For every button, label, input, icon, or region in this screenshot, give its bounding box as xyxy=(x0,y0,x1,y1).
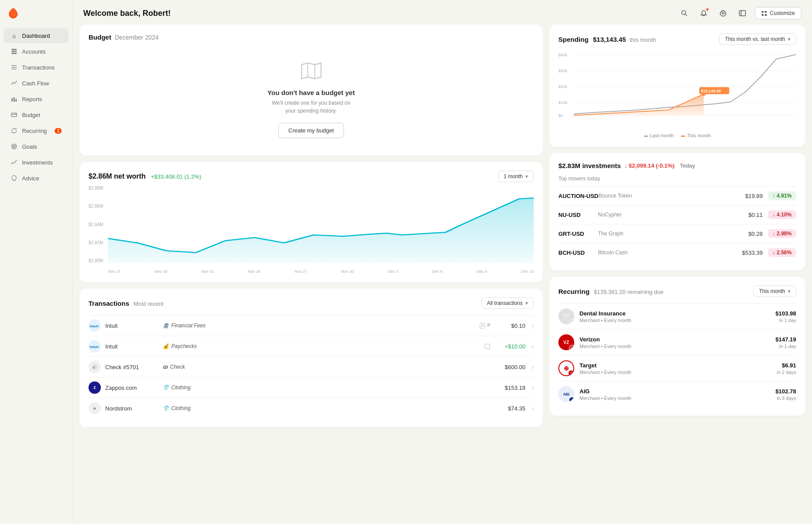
topbar-actions: Customize xyxy=(677,6,801,20)
recurring-item[interactable]: 🦷 Dental Insurance Merchant • Every mont… xyxy=(558,303,796,329)
spending-title-group: Spending $13,143.45 this month xyxy=(558,36,656,43)
networth-period-label: 1 month xyxy=(504,173,523,180)
chevron-right-icon: › xyxy=(531,343,534,350)
mover-price: $0.11 xyxy=(732,212,763,218)
settings-icon[interactable] xyxy=(716,6,730,20)
rec-right: $103.98 in 1 day xyxy=(775,310,796,323)
table-row[interactable]: intuit Intuit 💰Paychecks +$10.00 › xyxy=(89,336,534,356)
app-logo[interactable] xyxy=(0,5,72,28)
networth-card: $2.86M net worth +$33,408.01 (1.2%) 1 mo… xyxy=(80,162,543,282)
sidebar-label-advice: Advice xyxy=(22,175,39,182)
transactions-header: Transactions Most recent All transaction… xyxy=(89,297,534,309)
recurring-item[interactable]: ⊕ T Target Merchant • Every month $6.91 … xyxy=(558,355,796,381)
create-budget-button[interactable]: Create my budget xyxy=(278,123,344,138)
tx-amount: +$10.00 xyxy=(495,343,525,350)
tx-amount: $74.35 xyxy=(495,405,525,412)
sidebar-item-accounts[interactable]: Accounts xyxy=(4,44,69,59)
chevron-down-icon: ▾ xyxy=(788,288,790,294)
table-row[interactable]: N Nordstrom 👕Clothing $74.35 › xyxy=(89,398,534,418)
spending-card: Spending $13,143.45 this month This mont… xyxy=(550,25,805,147)
svg-rect-20 xyxy=(762,11,764,13)
svg-rect-2 xyxy=(11,53,17,54)
sidebar-item-budget[interactable]: Budget xyxy=(4,107,69,122)
mover-ticker: NU-USD xyxy=(558,212,598,218)
recurring-filter-label: This month xyxy=(759,288,785,294)
tx-merchant-name: Nordstrom xyxy=(105,405,158,412)
svg-rect-1 xyxy=(11,51,17,52)
recurring-item[interactable]: AIG ● AIG Merchant • Every month $102.78… xyxy=(558,381,796,407)
search-icon[interactable] xyxy=(677,6,691,20)
mover-row[interactable]: NU-USD NuCypher $0.11 ↓ 4.10% xyxy=(558,205,796,224)
recurring-title: Recurring xyxy=(558,288,590,295)
tx-merchant-name: Intuit xyxy=(105,343,158,350)
sidebar-label-cashflow: Cash Flow xyxy=(22,80,49,87)
sidebar-item-investments[interactable]: Investments xyxy=(4,155,69,170)
sidebar-label-goals: Goals xyxy=(22,143,37,150)
sidebar-item-reports[interactable]: Reports xyxy=(4,92,69,106)
sidebar-item-transactions[interactable]: Transactions xyxy=(4,60,69,75)
budget-header: Budget December 2024 xyxy=(89,33,534,41)
networth-title: $2.86M net worth xyxy=(89,172,146,180)
spending-chart: $40K $30K $20K $10K $0 xyxy=(558,50,796,129)
rec-info: Target Merchant • Every month xyxy=(579,362,771,375)
mover-price: $0.28 xyxy=(732,231,763,237)
recurring-amount: $139,381.20 remaining due xyxy=(594,289,663,295)
table-row[interactable]: Z Zappos.com 👕Clothing $153.18 › xyxy=(89,377,534,398)
mover-row[interactable]: GRT-USD The Graph $0.28 ↓ 2.98% xyxy=(558,224,796,243)
table-row[interactable]: intuit Intuit 🏦Financial Fees P $0.10 › xyxy=(89,315,534,336)
spending-filter[interactable]: This month vs. last month ▾ xyxy=(719,33,796,45)
rec-sub: Merchant • Every month xyxy=(579,318,770,323)
svg-rect-0 xyxy=(11,49,17,50)
rec-due: in 2 days xyxy=(777,370,796,375)
svg-text:$13,143.45: $13,143.45 xyxy=(701,89,721,93)
svg-text:#: # xyxy=(93,366,95,369)
rec-name: Dental Insurance xyxy=(579,310,770,317)
recurring-badge: 1 xyxy=(55,128,62,134)
sidebar-toggle-icon[interactable] xyxy=(735,6,749,20)
recurring-filter[interactable]: This month ▾ xyxy=(753,286,796,297)
svg-rect-5 xyxy=(11,69,17,70)
recurring-item[interactable]: VZ ● Verizon Merchant • Every month $147… xyxy=(558,329,796,355)
rec-info: Dental Insurance Merchant • Every month xyxy=(579,310,770,323)
transactions-filter[interactable]: All transactions ▾ xyxy=(481,297,534,309)
sidebar-item-advice[interactable]: Advice xyxy=(4,171,69,186)
sidebar-item-cashflow[interactable]: Cash Flow xyxy=(4,76,69,91)
sidebar-item-recurring[interactable]: Recurring 1 xyxy=(4,123,69,138)
svg-rect-32 xyxy=(485,344,490,349)
mover-name: Bounce Token xyxy=(598,193,732,199)
svg-text:$30K: $30K xyxy=(558,69,568,73)
mover-price: $19.89 xyxy=(732,193,763,199)
notifications-icon[interactable] xyxy=(697,6,711,20)
networth-chart: $2.88M $2.86M $2.84M $2.82M $2.80M xyxy=(89,186,534,274)
list-icon xyxy=(11,64,18,71)
rec-right: $147.19 in 1 day xyxy=(775,336,796,349)
recurring-header: Recurring $139,381.20 remaining due This… xyxy=(558,286,796,297)
barchart-icon xyxy=(11,95,18,103)
sidebar-item-dashboard[interactable]: ⌂ Dashboard xyxy=(4,28,69,43)
mover-name: Bitcoin Cash xyxy=(598,249,732,256)
investments-title-group: $2.83M investments ↓ $2,099.14 (-0.1%) T… xyxy=(558,162,796,169)
svg-point-17 xyxy=(722,12,724,14)
budget-date: December 2024 xyxy=(115,34,159,41)
sidebar-label-budget: Budget xyxy=(22,112,40,118)
networth-period-select[interactable]: 1 month ▾ xyxy=(498,171,534,182)
sidebar-item-goals[interactable]: Goals xyxy=(4,139,69,154)
tx-category: 👕Clothing xyxy=(162,405,486,411)
rec-right: $102.78 in 3 days xyxy=(775,388,796,401)
networth-header: $2.86M net worth +$33,408.01 (1.2%) 1 mo… xyxy=(89,171,534,182)
mover-row[interactable]: AUCTION-USD Bounce Token $19.89 ↑ 4.91% xyxy=(558,186,796,205)
tx-merchant-name: Intuit xyxy=(105,322,158,329)
rec-sub: Merchant • Every month xyxy=(579,344,770,349)
chevron-right-icon: › xyxy=(531,384,534,391)
rec-info: Verizon Merchant • Every month xyxy=(579,336,770,349)
budget-card: Budget December 2024 You don't have a bu… xyxy=(80,25,543,156)
mover-badge: ↑ 4.91% xyxy=(768,191,796,200)
mover-row[interactable]: BCH-USD Bitcoin Cash $533.39 ↓ 2.56% xyxy=(558,243,796,262)
transactions-title-group: Transactions Most recent xyxy=(89,300,163,307)
table-row[interactable]: # Check #5701 🎟Check $600.00 › xyxy=(89,356,534,377)
sidebar-label-accounts: Accounts xyxy=(22,48,45,55)
transactions-filter-label: All transactions xyxy=(487,300,523,306)
mover-badge: ↓ 2.56% xyxy=(768,248,796,257)
customize-button[interactable]: Customize xyxy=(755,7,801,19)
svg-rect-21 xyxy=(762,14,764,16)
